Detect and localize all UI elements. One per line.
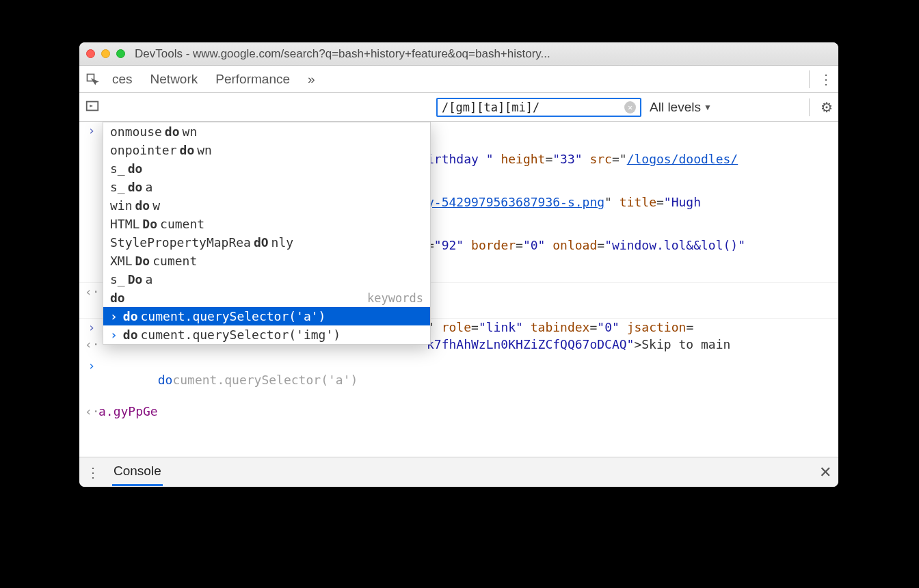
autocomplete-item[interactable]: dokeywords	[103, 289, 430, 307]
expand-chevron-icon[interactable]: ›	[85, 320, 98, 334]
autocomplete-item[interactable]: s_do	[103, 159, 430, 178]
prompt-typed: do	[158, 373, 173, 387]
drawer-tab-console[interactable]: Console	[112, 458, 163, 486]
console-filter[interactable]: ✕	[436, 98, 641, 117]
autocomplete-item[interactable]: onmousedown	[103, 122, 430, 141]
tab-partial-sources[interactable]: ces	[107, 68, 138, 91]
window-title: DevTools - www.google.com/search?q=bash+…	[135, 47, 831, 61]
divider	[809, 98, 810, 116]
titlebar: DevTools - www.google.com/search?q=bash+…	[79, 42, 838, 66]
console-body: › irthday " height="33" src="/logos/dood…	[79, 122, 838, 457]
console-filter-input[interactable]	[442, 101, 624, 114]
drawer-menu-icon[interactable]: ⋮	[86, 464, 100, 481]
chevron-down-icon: ▼	[704, 103, 712, 112]
tabs-overflow-icon[interactable]: »	[302, 68, 321, 91]
prompt-ghost-completion: cument.querySelector('a')	[172, 373, 358, 387]
console-toolbar: ✕ All levels ▼ ⚙	[79, 93, 838, 122]
autocomplete-item[interactable]: s_doa	[103, 178, 430, 196]
output-chevron-icon: ‹·	[85, 284, 98, 299]
prompt-chevron-icon: ›	[85, 358, 98, 373]
console-output-row: ‹· a.gyPpGe	[79, 403, 838, 420]
divider	[809, 70, 810, 88]
autocomplete-item[interactable]: HTMLDocument	[103, 215, 430, 233]
close-drawer-icon[interactable]: ✕	[819, 464, 831, 481]
drawer: ⋮ Console ✕	[79, 457, 838, 487]
settings-gear-icon[interactable]: ⚙	[821, 99, 833, 116]
devtools-window: DevTools - www.google.com/search?q=bash+…	[79, 42, 838, 487]
autocomplete-item[interactable]: onpointerdown	[103, 141, 430, 159]
close-window-button[interactable]	[86, 49, 95, 58]
tab-network[interactable]: Network	[145, 68, 204, 91]
window-controls	[86, 49, 125, 58]
tab-performance[interactable]: Performance	[210, 68, 295, 91]
minimize-window-button[interactable]	[101, 49, 110, 58]
autocomplete-item[interactable]: XMLDocument	[103, 252, 430, 270]
autocomplete-item[interactable]: s_Doa	[103, 270, 430, 289]
autocomplete-item[interactable]: StylePropertyMapReadOnly	[103, 233, 430, 252]
autocomplete-history-item[interactable]: ›document.querySelector('a')	[103, 307, 430, 325]
console-prompt[interactable]: › document.querySelector('a')	[79, 357, 838, 403]
autocomplete-popup: onmousedownonpointerdowns_dos_doawindowH…	[103, 122, 431, 345]
console-output-value: a.gyPpGe	[98, 404, 158, 418]
autocomplete-item[interactable]: window	[103, 196, 430, 215]
zoom-window-button[interactable]	[116, 49, 125, 58]
panel-tabbar: ces Network Performance » ⋮	[79, 66, 838, 93]
log-levels-label: All levels	[650, 100, 701, 115]
expand-chevron-icon[interactable]: ›	[85, 123, 98, 137]
more-options-icon[interactable]: ⋮	[819, 71, 833, 88]
inspect-element-icon[interactable]	[85, 72, 100, 87]
output-chevron-icon: ‹·	[85, 404, 98, 418]
live-expression-icon[interactable]	[85, 98, 100, 116]
clear-filter-icon[interactable]: ✕	[624, 101, 636, 113]
autocomplete-history-item[interactable]: ›document.querySelector('img')	[103, 325, 430, 344]
log-levels-dropdown[interactable]: All levels ▼	[650, 100, 712, 115]
output-chevron-icon: ‹·	[85, 337, 98, 351]
